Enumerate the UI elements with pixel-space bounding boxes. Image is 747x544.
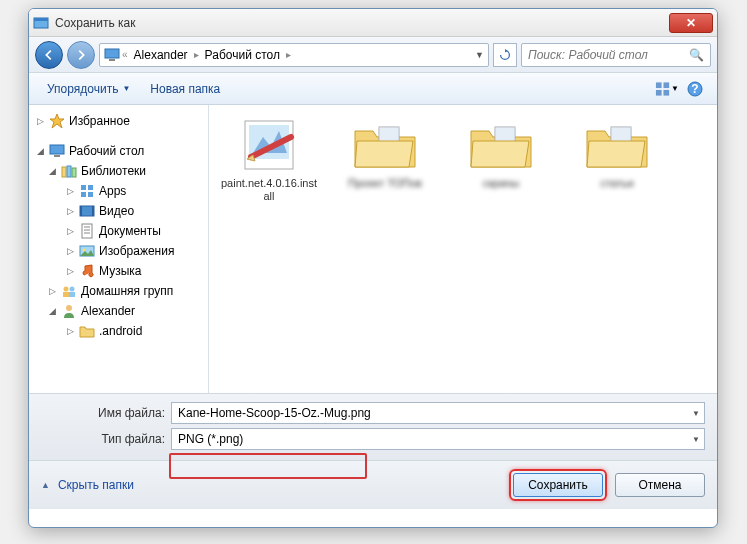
expand-icon[interactable]: ▷: [65, 226, 75, 236]
expand-icon[interactable]: ▷: [47, 286, 57, 296]
expand-icon[interactable]: ▲: [41, 480, 50, 490]
file-item[interactable]: статьи: [569, 117, 665, 203]
breadcrumb[interactable]: « Alexander ▸ Рабочий стол ▸ ▼: [99, 43, 489, 67]
close-button[interactable]: ✕: [669, 13, 713, 33]
refresh-button[interactable]: [493, 43, 517, 67]
filename-input[interactable]: Kane-Home-Scoop-15-Oz.-Mug.png▼: [171, 402, 705, 424]
cancel-button[interactable]: Отмена: [615, 473, 705, 497]
svg-rect-3: [109, 59, 115, 61]
window-title: Сохранить как: [55, 16, 669, 30]
folder-icon: [581, 117, 653, 173]
view-menu[interactable]: ▼: [655, 77, 679, 101]
highlight-annotation: Сохранить: [509, 469, 607, 501]
images-icon: [79, 243, 95, 259]
svg-rect-6: [656, 89, 662, 95]
expand-icon[interactable]: ◢: [47, 306, 57, 316]
new-folder-button[interactable]: Новая папка: [140, 78, 230, 100]
file-name: статьи: [569, 177, 665, 190]
tree-item[interactable]: ◢Alexander: [29, 301, 208, 321]
hide-folders-link[interactable]: Скрыть папки: [58, 478, 134, 492]
tree-item-label: .android: [99, 324, 142, 338]
app-icon: [233, 117, 305, 173]
svg-rect-16: [88, 185, 93, 190]
svg-rect-12: [62, 167, 66, 177]
homegroup-icon: [61, 283, 77, 299]
file-item[interactable]: paint.net.4.0.16.install: [221, 117, 317, 203]
file-name: скрины: [453, 177, 549, 190]
file-item[interactable]: Проект ТОПов: [337, 117, 433, 203]
tree-item-label: Рабочий стол: [69, 144, 144, 158]
music-icon: [79, 263, 95, 279]
folder-icon: [79, 323, 95, 339]
tree-item[interactable]: ▷Видео: [29, 201, 208, 221]
back-button[interactable]: [35, 41, 63, 69]
search-box[interactable]: 🔍: [521, 43, 711, 67]
file-name: paint.net.4.0.16.install: [221, 177, 317, 203]
svg-point-29: [70, 287, 75, 292]
tree-item-label: Документы: [99, 224, 161, 238]
expand-icon[interactable]: ◢: [35, 146, 45, 156]
footer: ▲ Скрыть папки Сохранить Отмена: [29, 460, 717, 509]
svg-rect-18: [88, 192, 93, 197]
svg-rect-14: [72, 168, 76, 177]
tree-item[interactable]: ▷Документы: [29, 221, 208, 241]
svg-rect-10: [50, 145, 64, 154]
content-area: ▷Избранное◢Рабочий стол◢Библиотеки▷Apps▷…: [29, 105, 717, 393]
expand-icon[interactable]: ▷: [65, 206, 75, 216]
chevron-down-icon[interactable]: ▼: [692, 409, 700, 418]
svg-rect-20: [80, 206, 82, 216]
organize-menu[interactable]: Упорядочить▼: [37, 78, 140, 100]
video-icon: [79, 203, 95, 219]
svg-rect-15: [81, 185, 86, 190]
tree-item-label: Видео: [99, 204, 134, 218]
star-icon: [49, 113, 65, 129]
svg-rect-11: [54, 155, 60, 157]
file-list[interactable]: paint.net.4.0.16.installПроект ТОПовскри…: [209, 105, 717, 393]
folder-tree[interactable]: ▷Избранное◢Рабочий стол◢Библиотеки▷Apps▷…: [29, 105, 209, 393]
navbar: « Alexander ▸ Рабочий стол ▸ ▼ 🔍: [29, 37, 717, 73]
expand-icon[interactable]: ▷: [65, 246, 75, 256]
breadcrumb-part[interactable]: Рабочий стол: [201, 46, 284, 64]
libraries-icon: [61, 163, 77, 179]
tree-item[interactable]: ▷Домашняя групп: [29, 281, 208, 301]
chevron-down-icon[interactable]: ▼: [692, 435, 700, 444]
tree-item-label: Избранное: [69, 114, 130, 128]
expand-icon[interactable]: ▷: [65, 266, 75, 276]
file-item[interactable]: скрины: [453, 117, 549, 203]
expand-icon[interactable]: ▷: [65, 326, 75, 336]
titlebar: Сохранить как ✕: [29, 9, 717, 37]
save-fields: Имя файла: Kane-Home-Scoop-15-Oz.-Mug.pn…: [29, 393, 717, 460]
chevron-right-icon: «: [122, 49, 128, 60]
svg-rect-13: [67, 166, 71, 177]
desktop-icon: [104, 47, 120, 63]
tree-item[interactable]: ▷Избранное: [29, 111, 208, 131]
tree-item[interactable]: ▷.android: [29, 321, 208, 341]
toolbar: Упорядочить▼ Новая папка ▼ ?: [29, 73, 717, 105]
svg-rect-7: [663, 89, 669, 95]
docs-icon: [79, 223, 95, 239]
breadcrumb-part[interactable]: Alexander: [130, 46, 192, 64]
svg-rect-22: [82, 224, 92, 238]
tree-item[interactable]: ◢Рабочий стол: [29, 141, 208, 161]
expand-icon[interactable]: ▷: [35, 116, 45, 126]
svg-point-28: [64, 287, 69, 292]
tree-item-label: Музыка: [99, 264, 141, 278]
tree-item[interactable]: ▷Изображения: [29, 241, 208, 261]
tree-item[interactable]: ▷Музыка: [29, 261, 208, 281]
search-input[interactable]: [528, 48, 683, 62]
dropdown-icon[interactable]: ▼: [475, 50, 484, 60]
help-button[interactable]: ?: [683, 77, 707, 101]
search-icon: 🔍: [689, 48, 704, 62]
forward-button[interactable]: [67, 41, 95, 69]
svg-rect-1: [34, 18, 48, 21]
app-icon: [33, 15, 49, 31]
save-button[interactable]: Сохранить: [513, 473, 603, 497]
expand-icon[interactable]: ▷: [65, 186, 75, 196]
filetype-select[interactable]: PNG (*.png)▼: [171, 428, 705, 450]
tree-item[interactable]: ▷Apps: [29, 181, 208, 201]
filetype-label: Тип файла:: [79, 432, 165, 446]
file-name: Проект ТОПов: [337, 177, 433, 190]
desktop-icon: [49, 143, 65, 159]
expand-icon[interactable]: ◢: [47, 166, 57, 176]
tree-item[interactable]: ◢Библиотеки: [29, 161, 208, 181]
